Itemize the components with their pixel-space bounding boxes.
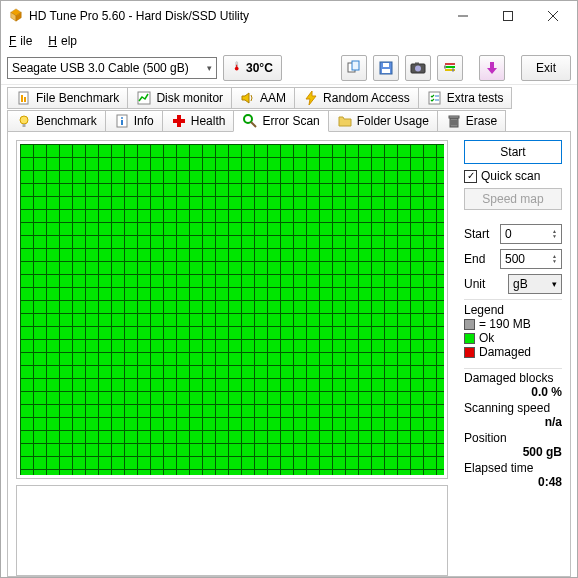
svg-rect-21	[444, 65, 446, 68]
quick-scan-checkbox[interactable]: ✓ Quick scan	[464, 169, 562, 183]
svg-marker-29	[242, 93, 249, 103]
svg-point-41	[244, 115, 252, 123]
screenshot-button[interactable]	[405, 55, 431, 81]
window-title: HD Tune Pro 5.60 - Hard Disk/SSD Utility	[29, 9, 440, 23]
download-button[interactable]	[479, 55, 505, 81]
tab-health[interactable]: Health	[162, 110, 235, 132]
svg-rect-17	[415, 62, 419, 64]
tabs-row-2: Benchmark Info Health Error Scan Folder …	[1, 108, 577, 131]
spinner-icon[interactable]: ▲▼	[552, 229, 557, 239]
scan-visual-area	[16, 140, 456, 576]
legend: Legend = 190 MB Ok Damaged	[464, 299, 562, 359]
maximize-button[interactable]	[485, 2, 530, 30]
tab-file-benchmark[interactable]: File Benchmark	[7, 87, 128, 109]
tab-benchmark[interactable]: Benchmark	[7, 110, 106, 132]
tab-info[interactable]: Info	[105, 110, 163, 132]
svg-rect-40	[173, 119, 185, 123]
position-label: Position	[464, 431, 562, 445]
copy-info-button[interactable]	[341, 55, 367, 81]
unit-select[interactable]: gB▾	[508, 274, 562, 294]
options-button[interactable]	[437, 55, 463, 81]
unit-row: Unit gB▾	[464, 274, 562, 294]
menu-file[interactable]: File	[5, 32, 36, 50]
svg-rect-20	[445, 63, 455, 65]
control-panel: Start ✓ Quick scan Speed map Start 0▲▼ E…	[456, 140, 568, 576]
tab-disk-monitor[interactable]: Disk monitor	[127, 87, 232, 109]
svg-rect-14	[383, 63, 389, 67]
svg-point-37	[121, 117, 123, 119]
svg-rect-35	[23, 124, 26, 127]
exit-button[interactable]: Exit	[521, 55, 571, 81]
legend-title: Legend	[464, 303, 562, 317]
chevron-down-icon: ▾	[552, 279, 557, 289]
svg-rect-11	[352, 61, 359, 70]
speed-map-button: Speed map	[464, 188, 562, 210]
scanning-speed-label: Scanning speed	[464, 401, 562, 415]
info-icon	[114, 113, 130, 129]
svg-marker-30	[306, 91, 316, 105]
tab-folder-usage[interactable]: Folder Usage	[328, 110, 438, 132]
start-row: Start 0▲▼	[464, 224, 562, 244]
page-icon	[16, 90, 32, 106]
legend-damaged-swatch	[464, 347, 475, 358]
error-scan-panel: Start ✓ Quick scan Speed map Start 0▲▼ E…	[7, 131, 571, 577]
thermometer-icon	[232, 58, 242, 77]
menubar: File Help	[1, 31, 577, 51]
temperature-display: 30°C	[223, 55, 282, 81]
block-grid-cells	[20, 144, 444, 475]
scanning-speed-value: n/a	[464, 415, 562, 429]
tabs-row-1: File Benchmark Disk monitor AAM Random A…	[1, 85, 577, 108]
plus-icon	[171, 113, 187, 129]
legend-block-swatch	[464, 319, 475, 330]
speaker-icon	[240, 90, 256, 106]
device-select[interactable]: Seagate USB 3.0 Cable (500 gB) ▾	[7, 57, 217, 79]
elapsed-value: 0:48	[464, 475, 562, 489]
start-label: Start	[464, 227, 494, 241]
trash-icon	[446, 113, 462, 129]
svg-rect-4	[503, 12, 512, 21]
unit-label: Unit	[464, 277, 494, 291]
tab-error-scan[interactable]: Error Scan	[233, 110, 328, 132]
end-label: End	[464, 252, 494, 266]
start-input[interactable]: 0▲▼	[500, 224, 562, 244]
start-scan-button[interactable]: Start	[464, 140, 562, 164]
magnifier-icon	[242, 113, 258, 129]
tab-extra-tests[interactable]: Extra tests	[418, 87, 513, 109]
block-grid	[16, 140, 448, 479]
position-value: 500 gB	[464, 445, 562, 459]
svg-rect-38	[121, 120, 123, 125]
stats: Damaged blocks 0.0 % Scanning speed n/a …	[464, 368, 562, 491]
end-row: End 500▲▼	[464, 249, 562, 269]
svg-rect-25	[19, 92, 28, 104]
lightning-icon	[303, 90, 319, 106]
close-button[interactable]	[530, 2, 575, 30]
svg-rect-22	[452, 68, 454, 71]
elapsed-label: Elapsed time	[464, 461, 562, 475]
temperature-value: 30°C	[246, 61, 273, 75]
svg-rect-26	[21, 95, 23, 102]
chart-icon	[136, 90, 152, 106]
save-button[interactable]	[373, 55, 399, 81]
tab-erase[interactable]: Erase	[437, 110, 506, 132]
app-icon	[9, 8, 23, 25]
bulb-icon	[16, 113, 32, 129]
app-window: HD Tune Pro 5.60 - Hard Disk/SSD Utility…	[0, 0, 578, 578]
tab-random-access[interactable]: Random Access	[294, 87, 419, 109]
menu-help[interactable]: Help	[44, 32, 81, 50]
svg-rect-9	[236, 65, 237, 68]
end-input[interactable]: 500▲▼	[500, 249, 562, 269]
tab-aam[interactable]: AAM	[231, 87, 295, 109]
svg-rect-31	[429, 92, 440, 104]
damaged-blocks-label: Damaged blocks	[464, 371, 562, 385]
svg-line-42	[251, 122, 256, 127]
minimize-button[interactable]	[440, 2, 485, 30]
spinner-icon[interactable]: ▲▼	[552, 254, 557, 264]
check-icon: ✓	[464, 170, 477, 183]
chevron-down-icon: ▾	[207, 63, 212, 73]
toolbar: Seagate USB 3.0 Cable (500 gB) ▾ 30°C Ex…	[1, 51, 577, 85]
svg-rect-23	[490, 62, 494, 68]
svg-rect-13	[382, 69, 390, 73]
svg-point-16	[415, 65, 421, 71]
titlebar: HD Tune Pro 5.60 - Hard Disk/SSD Utility	[1, 1, 577, 31]
svg-rect-27	[24, 97, 26, 102]
